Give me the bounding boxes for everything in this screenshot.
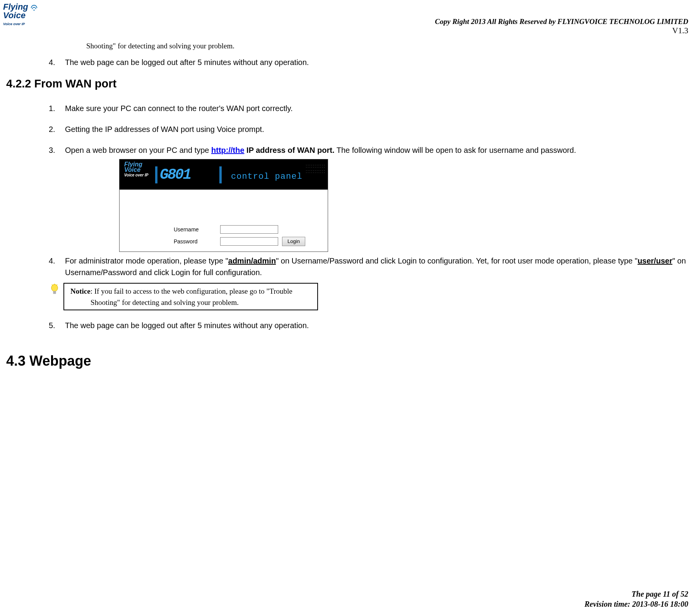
list-item: 4. For administrator mode operation, ple… bbox=[49, 255, 693, 278]
list-number: 1. bbox=[49, 103, 65, 114]
list-number: 4. bbox=[49, 255, 65, 278]
page-content: Shooting" for detecting and solving your… bbox=[3, 42, 693, 382]
text-post: The following window will be open to ask… bbox=[335, 146, 576, 154]
lightbulb-icon bbox=[50, 284, 59, 297]
text-mid: " on Username/Password and click Login t… bbox=[276, 257, 638, 265]
wan-list-2: 4. For administrator mode operation, ple… bbox=[49, 255, 693, 278]
notice-label: Notice bbox=[70, 287, 91, 295]
text-pre: For administrator mode operation, please… bbox=[65, 257, 228, 265]
control-panel-screenshot: FlyingVoiceVoice over IP G801 control pa… bbox=[119, 159, 328, 252]
list-item: 1. Make sure your PC can connect to the … bbox=[49, 103, 693, 114]
notice-box: Notice: If you fail to access to the web… bbox=[63, 283, 318, 310]
panel-dots-icon: : : : : : : : : : : :: : : : : : : : : :… bbox=[306, 163, 325, 174]
page-footer: The page 11 of 52 Revision time: 2013-08… bbox=[585, 589, 688, 609]
list-text: Make sure your PC can connect to the rou… bbox=[65, 103, 693, 114]
fragment-text: Shooting" for detecting and solving your… bbox=[86, 42, 693, 50]
page-header-right: Copy Right 2013 All Rights Reserved by F… bbox=[435, 17, 688, 36]
username-input[interactable] bbox=[220, 225, 278, 234]
wan-list-3: 5. The web page can be logged out after … bbox=[49, 320, 693, 331]
text-bold: IP address of WAN port. bbox=[245, 146, 335, 154]
list-text: The web page can be logged out after 5 m… bbox=[65, 320, 693, 331]
logo-subtitle: Voice over IP bbox=[3, 22, 25, 26]
top-list: 4. The web page can be logged out after … bbox=[49, 56, 693, 68]
section-heading-43: 4.3 Webpage bbox=[6, 353, 693, 369]
logo-text-2: Voice bbox=[3, 10, 26, 20]
password-label: Password bbox=[174, 238, 220, 245]
company-logo: Flying Voice Voice over IP bbox=[3, 3, 42, 26]
login-form: Username Password Login bbox=[174, 225, 305, 249]
version-text: V1.3 bbox=[435, 26, 688, 36]
svg-rect-2 bbox=[53, 291, 56, 294]
credentials-admin: admin/admin bbox=[228, 257, 276, 265]
list-text: Open a web browser on your PC and type h… bbox=[65, 144, 693, 156]
text-pre: Open a web browser on your PC and type bbox=[65, 146, 211, 154]
list-item: 3. Open a web browser on your PC and typ… bbox=[49, 144, 693, 156]
notice-line2: Shooting" for detecting and solving your… bbox=[70, 297, 311, 308]
username-row: Username bbox=[174, 225, 305, 234]
list-number: 2. bbox=[49, 123, 65, 135]
panel-model: G801 bbox=[155, 166, 222, 183]
list-item: 4. The web page can be logged out after … bbox=[49, 56, 693, 68]
panel-logo: FlyingVoiceVoice over IP bbox=[124, 162, 148, 177]
section-heading-422: 4.2.2 From WAN port bbox=[6, 77, 693, 90]
wan-list: 1. Make sure your PC can connect to the … bbox=[49, 103, 693, 156]
username-label: Username bbox=[174, 226, 220, 233]
svg-point-0 bbox=[34, 10, 35, 11]
list-item: 5. The web page can be logged out after … bbox=[49, 320, 693, 331]
list-text: The web page can be logged out after 5 m… bbox=[65, 56, 693, 68]
list-number: 3. bbox=[49, 144, 65, 156]
url-link[interactable]: http://the bbox=[211, 146, 245, 154]
wifi-icon bbox=[30, 3, 38, 12]
notice-block: Notice: If you fail to access to the web… bbox=[50, 283, 693, 310]
list-text: For administrator mode operation, please… bbox=[65, 255, 693, 278]
notice-line1: : If you fail to access to the web confi… bbox=[91, 287, 292, 295]
copyright-text: Copy Right 2013 All Rights Reserved by F… bbox=[435, 17, 688, 26]
list-number: 5. bbox=[49, 320, 65, 331]
svg-point-1 bbox=[51, 284, 58, 291]
password-row: Password Login bbox=[174, 237, 305, 246]
login-button[interactable]: Login bbox=[282, 237, 305, 246]
revision-time: Revision time: 2013-08-16 18:00 bbox=[585, 599, 688, 609]
list-number: 4. bbox=[49, 56, 65, 68]
panel-title: control panel bbox=[231, 172, 303, 181]
panel-header: FlyingVoiceVoice over IP G801 control pa… bbox=[120, 159, 328, 190]
password-input[interactable] bbox=[220, 237, 278, 246]
page-number: The page 11 of 52 bbox=[585, 589, 688, 599]
credentials-user: user/user bbox=[638, 257, 672, 265]
list-text: Getting the IP addresses of WAN port usi… bbox=[65, 123, 693, 135]
list-item: 2. Getting the IP addresses of WAN port … bbox=[49, 123, 693, 135]
